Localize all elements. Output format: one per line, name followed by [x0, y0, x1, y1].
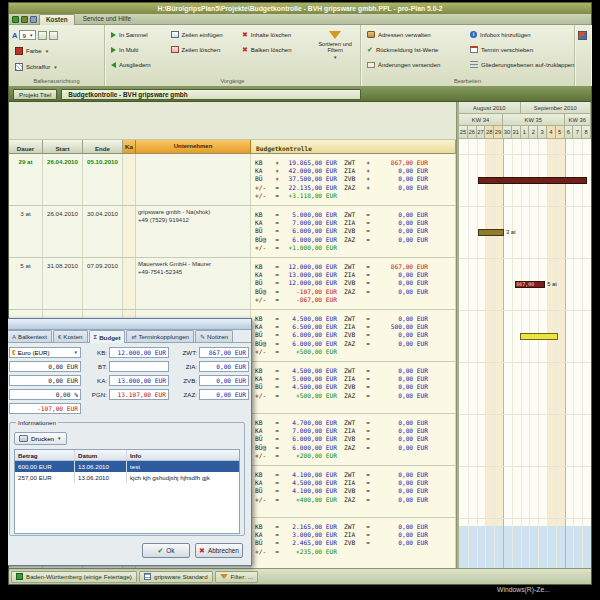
- in-sammel-button[interactable]: In Sammel: [108, 27, 168, 42]
- letterbox-left: [0, 0, 8, 600]
- kb-field[interactable]: 12.000,00 EUR: [109, 347, 169, 358]
- status-standard-profile[interactable]: gripsware Standard: [139, 571, 213, 583]
- project-title-value[interactable]: Budgetkontrolle - BVH gripsware gmbh: [61, 89, 361, 100]
- col-datum[interactable]: Datum: [75, 450, 127, 460]
- ok-button[interactable]: ✔ Ok: [142, 543, 190, 558]
- dialog-tab-balkentext[interactable]: ABalkentext: [7, 330, 52, 342]
- arrow-right-icon: [111, 32, 116, 38]
- cell-dauer: 3 at: [9, 206, 43, 257]
- taskbar-item[interactable]: Windows(R)-Ze...: [497, 586, 550, 593]
- chevron-down-icon: ▼: [57, 436, 61, 441]
- ka-field[interactable]: 13.000,00 EUR: [109, 375, 169, 386]
- pgn-field[interactable]: 13.107,00 EUR: [109, 389, 169, 400]
- termin-verschieben-button[interactable]: Termin verschieben: [467, 42, 572, 57]
- info-list-row[interactable]: 600,00 EUR13.06.2010test: [15, 461, 239, 472]
- adressen-verwalten-button[interactable]: Adressen verwalten: [364, 27, 467, 42]
- currency-select[interactable]: € Euro (EUR) ▼: [9, 347, 81, 358]
- gantt-bar[interactable]: [520, 333, 559, 340]
- font-size-input[interactable]: 9 ▼: [19, 30, 36, 40]
- col-header-start[interactable]: Start: [43, 140, 83, 154]
- pgn-label: PGN:: [83, 389, 107, 400]
- zvb-field[interactable]: 0,00 EUR: [199, 375, 249, 386]
- gantt-bar[interactable]: [478, 177, 586, 184]
- col-betrag[interactable]: Betrag: [15, 450, 75, 460]
- save-icon[interactable]: [30, 16, 37, 23]
- gantt-bar-label: 3 at: [506, 228, 516, 236]
- col-header-unternehmen[interactable]: Unternehmen: [136, 140, 251, 154]
- col-header-dauer[interactable]: Dauer: [9, 140, 43, 154]
- col-header-ka[interactable]: Ka: [123, 140, 136, 154]
- gantt-day-label: 8: [582, 126, 591, 138]
- dialog-tab-notizen[interactable]: ✎Notizen: [195, 330, 233, 342]
- informationen-label: Informationen: [16, 419, 58, 426]
- cell-dauer: 5 at: [9, 258, 43, 309]
- dialog-tab-budget[interactable]: ΣBudget: [89, 330, 126, 343]
- schraffur-button[interactable]: Schraffur ▼: [12, 60, 61, 75]
- infobox-hinzufuegen-button[interactable]: iInfobox hinzufügen: [467, 27, 572, 42]
- row-gridline: [459, 414, 591, 415]
- rueckmeldung-button[interactable]: ✔Rückmeldung Ist-Werte: [364, 42, 467, 57]
- quick-access-icon[interactable]: [21, 16, 28, 23]
- dialog-titlebar[interactable]: [0, 319, 251, 330]
- farbe-button[interactable]: Farbe ▼: [12, 44, 52, 59]
- aenderungen-versenden-button[interactable]: Änderungen versenden: [364, 57, 467, 72]
- gliederungsebenen-button[interactable]: Gliederungsebenen auf-/zuklappen: [467, 57, 572, 72]
- gantt-bar[interactable]: [478, 229, 504, 236]
- abbrechen-button[interactable]: ✖ Abbrechen: [195, 543, 243, 558]
- ribbon: A 9 ▼ Farbe ▼: [9, 25, 591, 87]
- tab-kosten[interactable]: Kosten: [39, 14, 75, 25]
- dialog-tab-terminkopplungen[interactable]: ⇄Terminkopplungen: [126, 330, 194, 342]
- bt-field[interactable]: [109, 361, 169, 372]
- euro-icon: €: [58, 334, 61, 340]
- cell-start: 26.04.2010: [43, 154, 83, 205]
- chevron-down-icon: ▼: [45, 49, 49, 54]
- gantt-body[interactable]: 3 at867,005 at: [459, 139, 591, 568]
- left-field-3[interactable]: 0,00 %: [9, 389, 81, 400]
- day-gridline: [494, 139, 495, 568]
- sortieren-filtern-button[interactable]: Sortieren und Filtern ▼: [312, 27, 358, 76]
- day-gridline: [538, 139, 539, 568]
- sigma-icon: Σ: [94, 334, 98, 340]
- in-multi-button[interactable]: In Multi: [108, 42, 168, 57]
- window-titlebar[interactable]: H:\Büro\gripsPlan5\Projekte\Budgetkontro…: [9, 3, 591, 14]
- inhalte-loeschen-button[interactable]: ✖Inhalte löschen: [239, 27, 312, 42]
- zaz-field[interactable]: 0,00 EUR: [199, 389, 249, 400]
- options-icon[interactable]: [578, 31, 587, 40]
- table-row[interactable]: 29 at26.04.201005.10.2010KB+19.865,00 EU…: [9, 154, 456, 206]
- tab-service-und-hilfe[interactable]: Service und Hilfe: [77, 14, 137, 24]
- zeilen-loeschen-button[interactable]: Zeilen löschen: [168, 42, 239, 57]
- chevron-down-icon: ▼: [29, 33, 33, 38]
- chevron-down-icon: ▼: [333, 55, 337, 60]
- close-icon: ✖: [199, 547, 205, 554]
- zwt-field[interactable]: 867,00 EUR: [199, 347, 249, 358]
- ausgliedern-button[interactable]: Ausgliedern: [108, 57, 168, 72]
- col-info[interactable]: Info: [127, 450, 239, 460]
- format-option2-icon[interactable]: [49, 31, 58, 40]
- gantt-day-label: 5: [556, 126, 565, 138]
- col-header-budgetkontrolle[interactable]: Budgetkontrolle: [251, 140, 456, 154]
- project-title-label[interactable]: Projekt Titel: [13, 89, 57, 100]
- table-row[interactable]: 3 at26.04.201030.04.2010gripsware gmbh -…: [9, 206, 456, 258]
- balken-loeschen-button[interactable]: ✖Balken löschen: [239, 42, 312, 57]
- status-calendar-profile[interactable]: Baden-Württemberg (einige Feiertage): [11, 571, 137, 583]
- day-gridline: [547, 139, 548, 568]
- dialog-tab-kosten[interactable]: €Kosten: [53, 330, 88, 342]
- row-gridline: [459, 518, 591, 519]
- row-gridline: [459, 362, 591, 363]
- zia-field[interactable]: 0,00 EUR: [199, 361, 249, 372]
- week-gridline: [503, 139, 504, 568]
- left-field-4[interactable]: -107,00 EUR: [9, 403, 81, 414]
- app-icon[interactable]: [12, 16, 19, 23]
- col-header-ende[interactable]: Ende: [83, 140, 123, 154]
- day-gridline: [521, 139, 522, 568]
- gantt-bar[interactable]: 867,00: [515, 281, 545, 288]
- table-row[interactable]: 5 at31.08.201007.09.2010Mauerwerk GmbH -…: [9, 258, 456, 310]
- left-field-2[interactable]: 0,00 EUR: [9, 375, 81, 386]
- drucken-button[interactable]: Drucken ▼: [14, 432, 67, 445]
- format-option-icon[interactable]: [38, 31, 47, 40]
- zeilen-einfuegen-button[interactable]: Zeilen einfügen: [168, 27, 239, 42]
- left-field-1[interactable]: 0,00 EUR: [9, 361, 81, 372]
- status-filter[interactable]: Filter: ...: [215, 571, 258, 583]
- day-gridline: [573, 139, 574, 568]
- info-list-row[interactable]: 257,00 EUR13.06.2010kjch kjh gshudjshj h…: [15, 472, 239, 483]
